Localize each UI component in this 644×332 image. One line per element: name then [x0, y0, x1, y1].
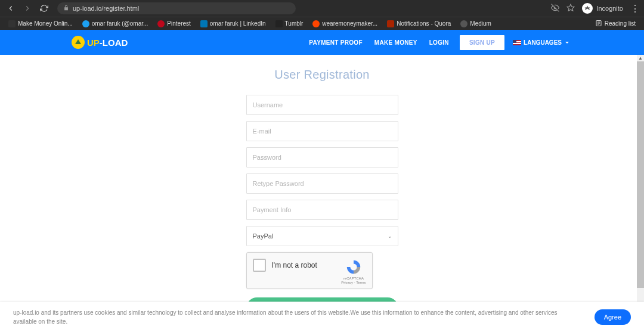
password-input[interactable]: [246, 147, 398, 167]
reading-list[interactable]: Reading list: [592, 18, 639, 29]
bookmark-item[interactable]: omar faruk (@omar...: [79, 19, 152, 29]
url-text: up-load.io/register.html: [73, 5, 139, 12]
recaptcha-label: I'm not a robot: [272, 259, 336, 269]
bookmark-label: Make Money Onlin...: [18, 20, 73, 27]
menu-dots-icon[interactable]: ⋮: [630, 3, 639, 14]
nav-signup[interactable]: SIGN UP: [460, 35, 504, 50]
bookmark-item[interactable]: Pinterest: [154, 19, 194, 29]
bookmark-label: omar faruk | LinkedIn: [210, 20, 266, 27]
nav-payment-proof[interactable]: PAYMENT PROOF: [303, 35, 368, 51]
tumblr-icon: [275, 20, 283, 27]
back-button[interactable]: [5, 2, 17, 14]
lock-icon: [63, 5, 69, 12]
bookmark-label: wearemoneymaker...: [322, 20, 377, 27]
bookmark-label: Tumblr: [285, 20, 304, 27]
logo-text-load: -LOAD: [100, 38, 128, 48]
site-logo[interactable]: UP-LOAD: [72, 36, 128, 49]
browser-toolbar: up-load.io/register.html Incognito ⋮: [0, 0, 644, 17]
profile-label: Incognito: [596, 5, 623, 12]
logo-text-up: UP: [87, 38, 100, 48]
retype-password-input[interactable]: [246, 173, 398, 194]
bookmark-item[interactable]: wearemoneymaker...: [309, 19, 381, 29]
svg-marker-0: [568, 4, 575, 11]
reading-list-icon: [595, 20, 602, 28]
reload-button[interactable]: [38, 2, 50, 14]
star-icon[interactable]: [566, 4, 575, 14]
bookmark-item[interactable]: Notifications - Quora: [383, 19, 454, 29]
bookmark-label: Notifications - Quora: [397, 20, 451, 27]
bookmark-label: omar faruk (@omar...: [92, 20, 148, 27]
logo-icon: [72, 36, 85, 49]
bookmark-item[interactable]: Make Money Onlin...: [5, 19, 76, 29]
cookie-banner: up-load.io and its partners use cookies …: [0, 302, 644, 332]
reddit-icon: [312, 20, 320, 27]
pinterest-icon: [157, 20, 165, 27]
medium-icon: [460, 20, 467, 27]
recaptcha-checkbox[interactable]: [253, 259, 266, 272]
us-flag-icon: [513, 40, 521, 45]
incognito-icon: [582, 3, 593, 14]
payment-info-input[interactable]: [246, 200, 398, 220]
bookmark-icon: [8, 20, 16, 27]
forward-button[interactable]: [21, 2, 33, 14]
recaptcha-logo-icon: [345, 259, 362, 275]
bookmarks-bar: Make Money Onlin... omar faruk (@omar...…: [0, 17, 644, 30]
scrollbar-track[interactable]: ▲ ▼: [637, 55, 644, 332]
recaptcha-privacy[interactable]: Privacy - Terms: [341, 281, 366, 285]
page-title: User Registration: [164, 68, 480, 82]
page-viewport: ▲ ▼ User Registration PayPal ⌄ I'm not a…: [0, 55, 644, 332]
username-input[interactable]: [246, 95, 398, 115]
cookie-agree-button[interactable]: Agree: [595, 309, 631, 325]
nav-make-money[interactable]: MAKE MONEY: [369, 35, 423, 51]
recaptcha-brand: reCAPTCHA: [341, 277, 366, 281]
recaptcha-widget: I'm not a robot reCAPTCHA Privacy - Term…: [246, 252, 373, 289]
bookmark-label: Pinterest: [167, 20, 190, 27]
payment-method-select[interactable]: PayPal: [246, 226, 398, 246]
nav-languages-label: LANGUAGES: [524, 39, 562, 46]
bookmark-item[interactable]: omar faruk | LinkedIn: [197, 19, 270, 29]
registration-form: PayPal ⌄ I'm not a robot reCAPTCHA Priva…: [246, 95, 398, 332]
quora-icon: [387, 20, 394, 27]
bookmark-item[interactable]: Tumblr: [272, 19, 307, 29]
eye-off-icon[interactable]: [551, 4, 559, 14]
site-nav: UP-LOAD PAYMENT PROOF MAKE MONEY LOGIN S…: [0, 30, 644, 55]
profile-badge[interactable]: Incognito: [582, 3, 623, 14]
email-input[interactable]: [246, 121, 398, 141]
bookmark-label: Medium: [470, 20, 491, 27]
reading-list-label: Reading list: [605, 20, 636, 27]
url-bar[interactable]: up-load.io/register.html: [57, 2, 296, 14]
nav-login[interactable]: LOGIN: [423, 35, 455, 51]
nav-languages[interactable]: LANGUAGES: [509, 35, 572, 51]
scroll-up-arrow[interactable]: ▲: [637, 55, 643, 61]
chevron-down-icon: [565, 42, 569, 44]
scrollbar-thumb[interactable]: [637, 61, 644, 288]
cookie-text: up-load.io and its partners use cookies …: [13, 308, 583, 326]
linkedin-icon: [200, 20, 208, 27]
bookmark-item[interactable]: Medium: [457, 19, 495, 29]
twitter-icon: [82, 20, 89, 27]
